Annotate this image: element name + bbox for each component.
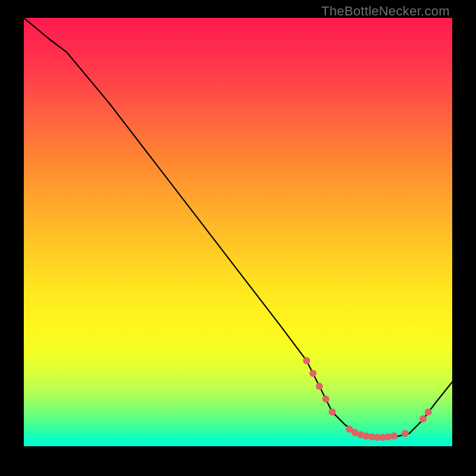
highlight-marker xyxy=(303,357,310,364)
watermark-text: TheBottleNecker.com xyxy=(321,4,450,19)
highlight-marker xyxy=(322,396,330,403)
marker-group xyxy=(303,357,432,441)
highlight-marker xyxy=(316,383,323,390)
curve-svg xyxy=(24,18,452,446)
highlight-marker xyxy=(402,430,409,437)
highlight-marker xyxy=(390,433,397,440)
highlight-marker xyxy=(328,408,336,415)
highlight-marker xyxy=(425,408,432,415)
highlight-marker xyxy=(419,415,427,422)
chart-frame: TheBottleNecker.com xyxy=(0,0,476,476)
bottleneck-curve xyxy=(24,18,452,438)
highlight-marker xyxy=(309,370,317,377)
plot-area xyxy=(24,18,452,446)
